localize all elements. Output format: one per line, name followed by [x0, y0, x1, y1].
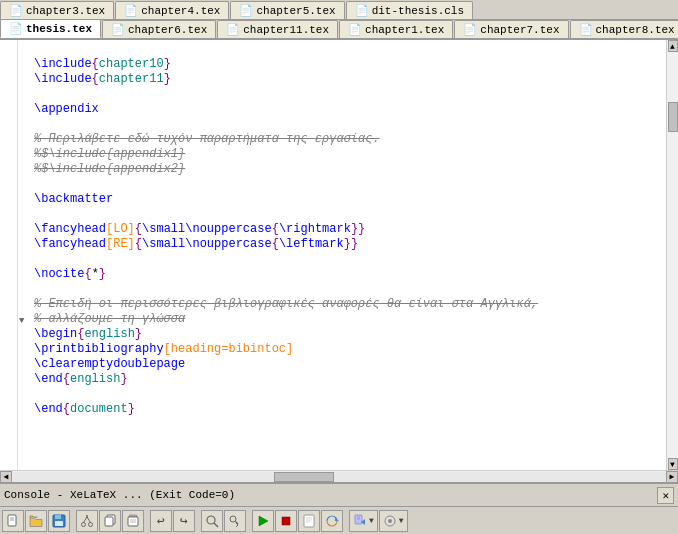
tab-bar-top: 📄 chapter3.tex 📄 chapter4.tex 📄 chapter5… — [0, 0, 678, 20]
redo-button[interactable]: ↪ — [173, 510, 195, 532]
file-icon: 📄 — [111, 23, 125, 36]
tab-chapter4[interactable]: 📄 chapter4.tex — [115, 1, 229, 19]
file-icon: 📄 — [124, 4, 138, 17]
vertical-scrollbar[interactable]: ▲ ▼ — [666, 40, 678, 470]
svg-rect-5 — [55, 521, 63, 526]
svg-rect-28 — [355, 515, 362, 524]
scroll-right-button[interactable]: ▶ — [666, 471, 678, 483]
scroll-thumb[interactable] — [668, 102, 678, 132]
tab-bar-bottom: 📄 thesis.tex 📄 chapter6.tex 📄 chapter11.… — [0, 20, 678, 40]
run-button[interactable] — [252, 510, 274, 532]
file-icon: 📄 — [348, 23, 362, 36]
save-button[interactable] — [48, 510, 70, 532]
file-icon: 📄 — [463, 23, 477, 36]
tab-chapter5[interactable]: 📄 chapter5.tex — [230, 1, 344, 19]
svg-rect-12 — [105, 517, 113, 526]
file-icon: 📄 — [579, 23, 593, 36]
paste-button[interactable] — [122, 510, 144, 532]
search-button[interactable] — [201, 510, 223, 532]
tab-chapter11[interactable]: 📄 chapter11.tex — [217, 20, 338, 38]
tab-thesis[interactable]: 📄 thesis.tex — [0, 19, 101, 38]
scroll-down-button[interactable]: ▼ — [668, 458, 678, 470]
file-icon: 📄 — [226, 23, 240, 36]
replace-button[interactable] — [224, 510, 246, 532]
svg-rect-22 — [282, 517, 290, 525]
svg-point-6 — [82, 522, 86, 526]
console-close-button[interactable]: ✕ — [657, 487, 674, 504]
file-icon: 📄 — [9, 4, 23, 17]
console-bar: Console - XeLaTeX ... (Exit Code=0) ✕ — [0, 482, 678, 506]
file-icon: 📄 — [355, 4, 369, 17]
svg-point-19 — [230, 516, 236, 522]
stop-button[interactable] — [275, 510, 297, 532]
undo-button[interactable]: ↩ — [150, 510, 172, 532]
tab-chapter1[interactable]: 📄 chapter1.tex — [339, 20, 453, 38]
svg-marker-21 — [259, 516, 268, 526]
new-button[interactable] — [2, 510, 24, 532]
cut-button[interactable] — [76, 510, 98, 532]
export-dropdown[interactable]: ▼ — [349, 510, 378, 532]
open-button[interactable] — [25, 510, 47, 532]
tab-chapter3[interactable]: 📄 chapter3.tex — [0, 1, 114, 19]
scroll-track[interactable] — [12, 472, 666, 482]
file-icon: 📄 — [9, 22, 23, 35]
line-numbers — [0, 40, 18, 470]
tab-chapter8[interactable]: 📄 chapter8.tex — [570, 20, 679, 38]
editor-container: ▼ \include{chapter10} \include{chapter11… — [0, 40, 678, 470]
fold-markers: ▼ — [18, 40, 30, 470]
horizontal-scrollbar[interactable]: ◀ ▶ — [0, 470, 678, 482]
scroll-left-button[interactable]: ◀ — [0, 471, 12, 483]
code-area[interactable]: \include{chapter10} \include{chapter11} … — [30, 40, 666, 470]
scroll-up-button[interactable]: ▲ — [668, 40, 678, 52]
sync-button[interactable] — [321, 510, 343, 532]
scroll-h-thumb[interactable] — [274, 472, 334, 482]
svg-point-7 — [89, 522, 93, 526]
svg-rect-14 — [128, 517, 138, 526]
svg-rect-4 — [55, 515, 61, 519]
tab-dit-thesis[interactable]: 📄 dit-thesis.cls — [346, 1, 473, 19]
svg-point-32 — [388, 519, 392, 523]
tab-chapter7[interactable]: 📄 chapter7.tex — [454, 20, 568, 38]
console-title: Console - XeLaTeX ... (Exit Code=0) — [4, 489, 657, 501]
svg-point-17 — [207, 516, 215, 524]
settings-dropdown[interactable]: ▼ — [379, 510, 408, 532]
view-pdf-button[interactable] — [298, 510, 320, 532]
file-icon: 📄 — [239, 4, 253, 17]
svg-rect-23 — [304, 515, 314, 527]
svg-line-18 — [214, 523, 218, 527]
tab-chapter6[interactable]: 📄 chapter6.tex — [102, 20, 216, 38]
toolbar: ↩ ↪ — [0, 506, 678, 534]
copy-button[interactable] — [99, 510, 121, 532]
